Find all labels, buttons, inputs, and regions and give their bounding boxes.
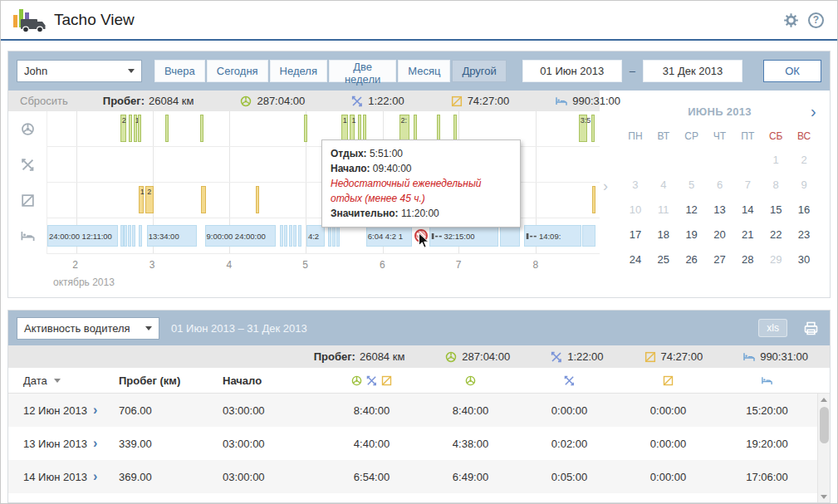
calendar-day[interactable]: 27	[706, 247, 734, 272]
date-to-input[interactable]	[643, 60, 742, 82]
calendar-day[interactable]: 11	[649, 197, 678, 222]
rest-segment[interactable]	[293, 225, 296, 247]
calendar-day[interactable]: 24	[621, 247, 649, 272]
rest-segment[interactable]	[328, 225, 331, 247]
calendar-day[interactable]: 19	[678, 222, 706, 247]
rest-segment[interactable]: 32:15:00	[429, 225, 499, 247]
rest-segment[interactable]	[500, 225, 520, 247]
range-button-2[interactable]: Неделя	[270, 60, 327, 82]
availability-segment[interactable]	[201, 186, 206, 213]
help-icon[interactable]: ?	[808, 12, 824, 28]
rest-segment[interactable]	[582, 225, 595, 247]
column-header-rest[interactable]	[718, 374, 816, 387]
rest-segment[interactable]	[284, 225, 287, 247]
driving-segment[interactable]: 2:	[399, 115, 409, 142]
calendar-day[interactable]: 14	[733, 197, 762, 222]
driving-segment[interactable]	[363, 115, 366, 142]
calendar-day[interactable]: 7	[733, 172, 762, 197]
driving-segment[interactable]	[358, 115, 361, 142]
calendar-day[interactable]: 23	[790, 222, 818, 247]
driving-segment[interactable]	[138, 115, 141, 142]
gear-icon[interactable]	[782, 12, 800, 29]
calendar-day[interactable]: 22	[762, 222, 790, 247]
driving-segment[interactable]	[129, 115, 132, 142]
driving-segment[interactable]	[200, 115, 203, 142]
printer-icon[interactable]	[802, 320, 820, 337]
export-xls-button[interactable]: xls	[758, 319, 787, 337]
ok-button[interactable]: ОК	[763, 60, 821, 82]
calendar-day[interactable]: 15	[762, 197, 790, 222]
row-expand-chevron[interactable]: ›	[93, 404, 97, 417]
rest-segment[interactable]	[280, 225, 283, 247]
rest-segment[interactable]	[139, 225, 142, 247]
availability-segment[interactable]: 2	[145, 186, 153, 213]
date-from-input[interactable]	[522, 60, 622, 82]
range-button-1[interactable]: Сегодня	[207, 60, 268, 82]
column-header-availability[interactable]	[619, 374, 718, 387]
report-type-select[interactable]: Активность водителя	[17, 317, 159, 340]
driving-segment[interactable]: 3:5	[579, 115, 588, 142]
rest-segment[interactable]: 9:00:00 24:00:00	[205, 225, 276, 247]
range-button-4[interactable]: Месяц	[398, 60, 450, 82]
cell-date[interactable]: 13 Июн 2013›	[23, 437, 119, 450]
table-scrollbar[interactable]	[817, 394, 830, 502]
calendar-day[interactable]: 1	[762, 147, 790, 172]
rest-segment[interactable]: 14:09:	[524, 225, 581, 247]
rest-segment[interactable]: 13:34:00	[147, 225, 197, 247]
rest-segment[interactable]	[336, 225, 340, 247]
column-header-mileage[interactable]: Пробег (км)	[119, 374, 223, 387]
calendar-day[interactable]: 6	[706, 172, 734, 197]
driving-segment[interactable]	[591, 115, 595, 142]
calendar-day[interactable]: 30	[790, 247, 818, 272]
calendar-day[interactable]: 12	[678, 197, 706, 222]
calendar-day[interactable]: 2	[790, 147, 818, 172]
driver-select[interactable]: John	[17, 60, 142, 82]
calendar-day[interactable]: 25	[649, 247, 678, 272]
range-button-5[interactable]: Другой	[452, 60, 506, 82]
rest-segment[interactable]: 24:00:00 12:11:00	[47, 225, 118, 247]
calendar-day[interactable]: 10	[621, 197, 649, 222]
calendar-day[interactable]: 17	[621, 222, 649, 247]
calendar-next-arrow[interactable]: ›	[811, 103, 816, 120]
rest-segment[interactable]	[132, 225, 135, 247]
rest-segment[interactable]	[128, 225, 131, 247]
timeline-plot[interactable]: 21112:3:5 12 24:00:00 12:11:0013:34:009:…	[47, 111, 600, 254]
driving-segment[interactable]	[304, 115, 307, 142]
row-expand-chevron[interactable]: ›	[93, 470, 97, 483]
range-button-0[interactable]: Вчера	[154, 60, 205, 82]
calendar-day[interactable]: 9	[790, 172, 818, 197]
row-expand-chevron[interactable]: ›	[93, 437, 97, 450]
scroll-down-arrow[interactable]	[818, 491, 830, 502]
rest-segment[interactable]: 6:04 4:2 1	[366, 225, 412, 247]
availability-segment[interactable]: 1	[139, 186, 145, 213]
calendar-day[interactable]: 3	[621, 172, 649, 197]
availability-segment[interactable]	[256, 186, 259, 213]
column-header-total[interactable]	[322, 374, 421, 387]
calendar-day[interactable]: 16	[790, 197, 818, 222]
calendar-day[interactable]: 26	[678, 247, 706, 272]
rest-segment[interactable]	[298, 225, 301, 247]
range-button-3[interactable]: Две недели	[329, 60, 396, 82]
driving-segment[interactable]: 2	[120, 115, 126, 142]
cell-date[interactable]: 12 Июн 2013›	[23, 404, 119, 417]
column-header-date[interactable]: Дата	[23, 374, 119, 387]
rest-segment[interactable]	[124, 225, 127, 247]
calendar-day[interactable]: 4	[649, 172, 678, 197]
scroll-up-arrow[interactable]	[818, 394, 830, 405]
calendar-day[interactable]: 5	[678, 172, 706, 197]
rest-segment[interactable]	[289, 225, 292, 247]
column-header-start[interactable]: Начало	[223, 374, 322, 387]
cell-date[interactable]: 14 Июн 2013›	[23, 470, 119, 483]
driving-segment[interactable]	[414, 115, 417, 142]
calendar-day[interactable]: 20	[706, 222, 734, 247]
calendar-day[interactable]: 29	[762, 247, 790, 272]
calendar-collapse-chevron[interactable]: ›	[603, 178, 608, 195]
calendar-day[interactable]: 13	[706, 197, 734, 222]
driving-segment[interactable]	[437, 115, 441, 142]
calendar-day[interactable]: 21	[733, 222, 762, 247]
calendar-day[interactable]: 18	[649, 222, 678, 247]
driving-segment[interactable]	[165, 115, 169, 142]
column-header-work[interactable]	[520, 374, 619, 387]
column-header-driving[interactable]	[421, 374, 520, 387]
availability-segment[interactable]	[592, 186, 595, 213]
